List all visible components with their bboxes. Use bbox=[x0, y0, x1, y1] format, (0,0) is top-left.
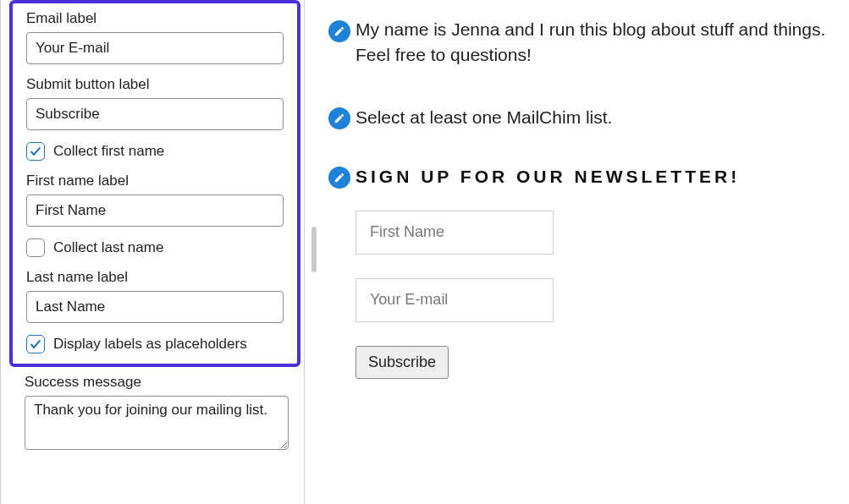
submit-label-input[interactable] bbox=[26, 98, 284, 130]
first-name-label-title: First name label bbox=[26, 173, 284, 189]
scrollbar-thumb[interactable] bbox=[311, 227, 317, 272]
last-name-label-title: Last name label bbox=[26, 269, 284, 286]
edit-icon[interactable] bbox=[328, 107, 350, 129]
collect-last-name-checkbox[interactable] bbox=[26, 238, 45, 257]
newsletter-block: Sign up for our newsletter! Subscribe bbox=[325, 167, 849, 379]
collect-first-name-label: Collect first name bbox=[53, 143, 164, 160]
display-placeholders-checkbox[interactable] bbox=[26, 335, 45, 353]
highlighted-settings-group: Email label Submit button label Collect … bbox=[9, 0, 300, 367]
edit-icon[interactable] bbox=[328, 20, 350, 42]
email-label-input[interactable] bbox=[26, 32, 284, 64]
bio-text: My name is Jenna and I run this blog abo… bbox=[356, 17, 849, 68]
warning-text: Select at least one MailChim list. bbox=[356, 107, 849, 128]
display-placeholders-label: Display labels as placeholders bbox=[53, 336, 247, 353]
subscribe-button[interactable]: Subscribe bbox=[356, 346, 449, 379]
page-preview: My name is Jenna and I run this blog abo… bbox=[325, 0, 849, 504]
bio-block: My name is Jenna and I run this blog abo… bbox=[325, 17, 849, 68]
success-message-title: Success message bbox=[25, 374, 289, 391]
collect-last-name-label: Collect last name bbox=[53, 239, 163, 256]
first-name-preview-input[interactable] bbox=[356, 211, 554, 255]
scroll-gutter bbox=[305, 0, 325, 504]
email-preview-input[interactable] bbox=[356, 278, 554, 322]
email-label-title: Email label bbox=[26, 10, 284, 27]
success-message-input[interactable] bbox=[25, 396, 289, 450]
newsletter-title: Sign up for our newsletter! bbox=[356, 167, 849, 187]
last-name-label-input[interactable] bbox=[26, 291, 284, 323]
collect-first-name-checkbox[interactable] bbox=[26, 142, 45, 161]
warning-block: Select at least one MailChim list. bbox=[325, 107, 849, 128]
submit-label-title: Submit button label bbox=[26, 76, 284, 93]
first-name-label-input[interactable] bbox=[26, 194, 284, 227]
edit-icon[interactable] bbox=[328, 167, 350, 189]
widget-settings-panel: Email label Submit button label Collect … bbox=[0, 0, 305, 504]
